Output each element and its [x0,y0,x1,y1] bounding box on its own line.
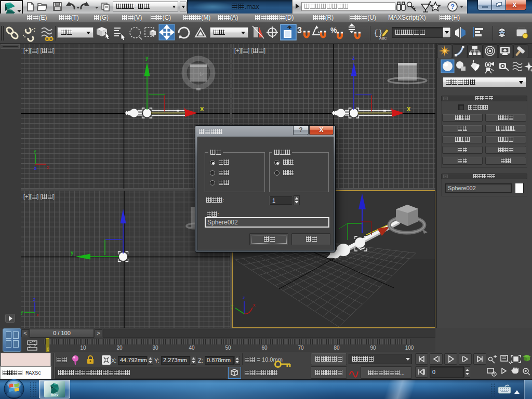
svg-text:x: x [253,302,256,308]
svg-text:3: 3 [297,26,302,35]
svg-text:x: x [36,312,39,317]
svg-text:z: z [34,166,37,171]
svg-text:x: x [47,165,49,170]
svg-text:z: z [243,295,245,300]
svg-text:y: y [21,310,23,315]
svg-text:X: X [407,106,411,112]
svg-text:H: H [404,69,409,76]
svg-text:z: z [33,297,36,302]
svg-text:z: z [352,55,355,61]
svg-text:X: X [200,106,204,112]
svg-text:y: y [34,149,36,154]
svg-text:y: y [71,250,74,256]
svg-text:?: ? [450,3,455,10]
svg-text:ABC: ABC [379,36,387,40]
svg-text:%: % [330,26,337,34]
svg-text:y: y [145,55,149,61]
svg-text:max: max [50,393,59,397]
